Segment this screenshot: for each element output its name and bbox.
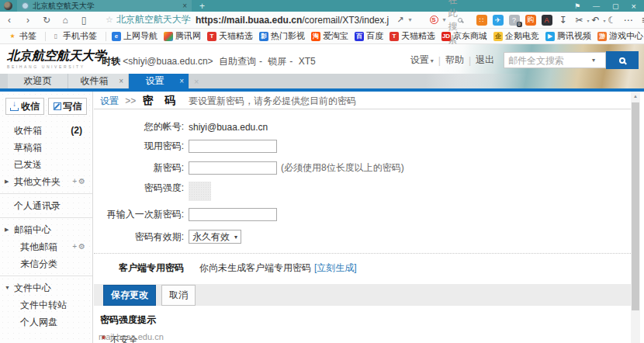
reader-app-icon[interactable]: A [542, 15, 552, 26]
add-mailbox-icon[interactable]: + [72, 242, 78, 251]
generate-client-password-link[interactable]: [立刻生成] [314, 262, 357, 275]
site-name[interactable]: 北京航空航天大学 [116, 13, 191, 26]
bookmark-item[interactable]: T 天猫精选 [390, 30, 435, 42]
gear-icon[interactable]: ⚙ [78, 177, 87, 185]
bookmark-item[interactable]: T 天猫精选 [207, 30, 253, 42]
bookmark-item[interactable]: ▶ 腾讯视频 [545, 30, 591, 42]
logout-link[interactable]: 退出 [476, 54, 494, 67]
minimize-button[interactable]: — [593, 2, 600, 10]
bookmark-item[interactable]: 淘 爱淘宝 [311, 30, 348, 42]
sidebar-item-drafts[interactable]: 草稿箱 [0, 139, 92, 156]
bookmark-item[interactable]: 企 企鹅电竞 [493, 30, 539, 42]
mail-search-button[interactable] [606, 51, 639, 69]
tab-close-icon[interactable]: × [119, 77, 123, 85]
tab-close-icon[interactable]: × [179, 77, 184, 85]
refresh-icon[interactable]: ↻ [37, 15, 56, 26]
titlebar-tool-icon[interactable]: ⚑ [574, 2, 580, 10]
close-button[interactable]: × [632, 2, 636, 11]
bird-icon[interactable]: ✈ [493, 15, 504, 26]
sidebar-item-file-transfer[interactable]: 文件中转站 [0, 296, 92, 314]
qq-helper-icon[interactable]: ? 0 [509, 15, 520, 26]
save-changes-button[interactable]: 保存更改 [103, 285, 156, 306]
sidebar-item-other-folders[interactable]: ▶ 其他文件夹 +⚙ [0, 173, 92, 190]
home-icon[interactable]: ⌂ [56, 15, 74, 26]
scrollbar-thumb[interactable] [632, 102, 639, 310]
toolbar-search-box[interactable]: S ▾ 在此搜索 [427, 14, 466, 26]
forward-icon[interactable]: › [19, 15, 37, 26]
cancel-button[interactable]: 取消 [161, 285, 196, 306]
bookmark-item[interactable]: e 上网导航 [112, 30, 158, 42]
scroll-up-arrow-icon[interactable]: ▲ [631, 92, 640, 102]
search-scope-dropdown-icon[interactable]: ▾ [592, 57, 595, 64]
self-query-link[interactable]: 自助查询 [219, 56, 256, 67]
xt5-link[interactable]: XT5 [299, 56, 316, 67]
webmail-tabstrip: 欢迎页 收件箱 × 设置 × × [0, 74, 644, 88]
add-folder-icon[interactable]: + [72, 177, 78, 185]
mail-search-input[interactable] [508, 55, 592, 66]
back-icon[interactable]: ‹ [0, 15, 19, 26]
current-password-input[interactable] [189, 140, 277, 153]
validity-select[interactable]: 永久有效 ▾ [189, 230, 241, 244]
browser-profile-avatar[interactable] [4, 2, 12, 10]
expand-arrow-icon[interactable]: ▶ [5, 221, 9, 238]
tab-extra-close-icon[interactable]: × [194, 77, 199, 86]
sidebar-item-contacts[interactable]: 个人通讯录 [0, 197, 92, 214]
address-url[interactable]: https://mail.buaa.edu.cn/coremail/XT3/in… [196, 15, 389, 26]
sidebar-item-sent[interactable]: 已发送 [0, 156, 92, 173]
bookmark-item[interactable]: ★ 书签 [8, 30, 36, 42]
bookmark-item[interactable]: 腾讯网 [164, 30, 201, 42]
page-scrollbar[interactable]: ▲ [631, 92, 640, 343]
sidebar-item-file-center[interactable]: ▼ 文件中心 [0, 279, 92, 296]
more-dots-icon[interactable]: ⋯ [623, 15, 634, 26]
download-icon[interactable]: ↧ [558, 15, 569, 26]
game-controller-icon[interactable]: ∷ [476, 15, 487, 26]
new-password-input[interactable] [189, 161, 277, 175]
sidebar-item-mail-classify[interactable]: 来信分类 [0, 255, 92, 272]
reader-mode-icon[interactable]: ▯ [74, 15, 93, 26]
night-mode-moon-icon[interactable]: ☾ [607, 15, 618, 26]
browser-tab[interactable]: 北京航空航天大学 × [17, 0, 192, 12]
new-tab-button[interactable]: + [199, 1, 205, 12]
user-info-line: 时轶 <shiyi@buaa.edu.cn> 自助查询- 锁屏- XT5 [102, 55, 319, 68]
shopping-bag-icon[interactable]: 购 [525, 15, 536, 26]
bookmark-item[interactable]: 影 热门影视 [259, 30, 305, 42]
unread-count-badge: (2) [71, 122, 82, 139]
sidebar-item-mail-center[interactable]: ▶ 邮箱中心 [0, 221, 92, 238]
bookmark-item[interactable]: ▯ 手机书签 [51, 30, 97, 42]
receive-mail-button[interactable]: 收信 [5, 98, 44, 115]
tencent-video-icon: ▶ [545, 32, 555, 41]
share-icon[interactable]: ↗ [396, 15, 403, 25]
confirm-password-input[interactable] [189, 208, 277, 221]
search-icon[interactable] [458, 18, 462, 23]
maximize-button[interactable]: ▢ [612, 2, 619, 10]
sogou-logo-icon: S [430, 16, 438, 24]
help-link[interactable]: 帮助 [445, 54, 464, 67]
bookmark-item[interactable]: 游 游戏中心 [597, 30, 643, 42]
university-logo: 北京航空航天大学 BEIHANG UNIVERSITY [7, 48, 106, 69]
user-name: 时轶 [102, 56, 120, 67]
sidebar-item-other-mailbox[interactable]: 其他邮箱 +⚙ [0, 238, 92, 255]
gear-icon[interactable]: ⚙ [78, 242, 87, 251]
strength-tips: 密码强度提示 不安全 密码长度至少 6 位 [94, 306, 631, 343]
compose-mail-button[interactable]: 写信 [48, 98, 87, 115]
favorite-star-icon[interactable]: ☆ [106, 15, 113, 25]
bookmark-item[interactable]: 百 百度 [355, 30, 383, 42]
tab-settings[interactable]: 设置 × [129, 74, 189, 88]
history-undo-icon[interactable]: ↶ ▾ [590, 15, 601, 26]
collapse-arrow-icon[interactable]: ▼ [5, 279, 10, 296]
tab-inbox[interactable]: 收件箱 × [68, 74, 129, 88]
sidebar-item-net-disk[interactable]: 个人网盘 [0, 314, 92, 331]
form-actions-bar: 保存更改 取消 [94, 284, 631, 306]
sidebar-item-inbox[interactable]: 收件箱 (2) [0, 122, 92, 139]
url-dropdown-icon[interactable]: ▾ [409, 16, 412, 23]
search-engine-dropdown-icon[interactable]: ▾ [443, 16, 446, 23]
settings-menu-link[interactable]: 设置▾ [410, 54, 434, 67]
breadcrumb-settings-link[interactable]: 设置 [100, 95, 119, 106]
menu-icon[interactable]: ≡ [639, 15, 644, 26]
screenshot-scissors-icon[interactable]: ✂ ▾ [574, 15, 585, 26]
browser-tab-close-icon[interactable]: × [182, 2, 187, 10]
expand-arrow-icon[interactable]: ▶ [5, 173, 9, 190]
tab-welcome[interactable]: 欢迎页 [8, 74, 68, 88]
lock-screen-link[interactable]: 锁屏 [268, 56, 286, 67]
bookmark-item[interactable]: JD 京东商城 [441, 30, 487, 42]
